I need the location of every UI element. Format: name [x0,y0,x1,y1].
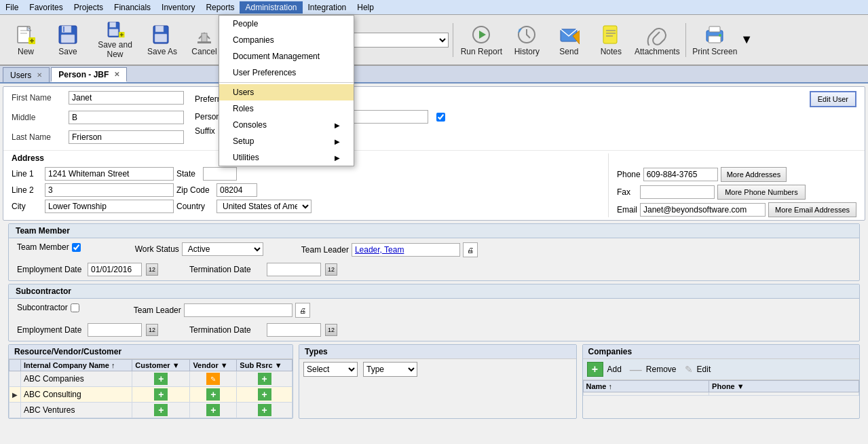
termination-date-input[interactable] [267,263,321,276]
add-customer-btn[interactable]: + [154,373,168,385]
employment-date-input[interactable] [88,263,142,276]
add-vendor-btn3[interactable]: + [206,404,220,416]
menu-setup[interactable]: Setup▶ [219,133,354,149]
companies-edit-icon[interactable]: ✎ [685,364,693,375]
sub-team-leader-print-icon[interactable]: 🖨 [295,303,310,318]
menu-inventory[interactable]: Inventory [156,1,200,14]
table-row[interactable]: ▶ ABC Consulting + + + [10,387,293,403]
edit-vendor-btn[interactable]: ✎ [206,373,220,385]
notes-button[interactable]: Notes [590,18,631,62]
city-input[interactable] [45,200,174,213]
add-customer-btn3[interactable]: + [154,404,168,416]
line1-input[interactable] [45,167,174,181]
sub-team-leader-input[interactable] [184,303,293,317]
fax-input[interactable] [640,185,715,199]
save-and-new-button[interactable]: Save and New [90,18,140,62]
team-leader-print-icon[interactable]: 🖨 [463,242,478,257]
personal-title-checkbox[interactable] [436,113,445,122]
email-input[interactable] [640,203,766,217]
menu-companies[interactable]: Companies [219,32,354,48]
menu-user-preferences[interactable]: User Preferences [219,64,354,81]
add-vendor-btn2[interactable]: + [206,388,220,401]
menu-consoles[interactable]: Consoles▶ [219,117,354,133]
types-select-dropdown[interactable]: Select [303,362,358,377]
save-as-button[interactable]: Save As [142,18,183,62]
last-name-input[interactable] [69,130,184,144]
new-button[interactable]: New [5,18,46,62]
save-button[interactable]: Save [48,18,88,62]
companies-add-button[interactable]: + [587,362,603,377]
menu-utilities[interactable]: Utilities▶ [219,149,354,166]
team-leader-input[interactable] [352,243,460,257]
sub-employment-input[interactable] [88,323,142,337]
phone-input[interactable] [643,168,718,181]
team-member-checkbox[interactable] [72,243,81,252]
companies-minus-btn[interactable]: — [630,363,642,377]
types-type-dropdown[interactable]: Type [363,362,417,377]
resource-customer-cell[interactable]: + [132,387,190,403]
sub-employment-calendar[interactable]: 12 [146,324,158,336]
resource-vendor-cell[interactable]: ✎ [190,371,237,387]
attachments-button[interactable]: Attachments [633,18,681,62]
add-subrsrc-btn3[interactable]: + [258,404,271,416]
more-phones-button[interactable]: More Phone Numbers [717,185,806,200]
resource-col-customer[interactable]: Customer ▼ [132,360,190,371]
companies-phone-col[interactable]: Phone ▼ [709,381,859,392]
state-input[interactable] [203,167,237,181]
tab-users[interactable]: Users ✕ [3,67,50,82]
add-subrsrc-btn2[interactable]: + [258,388,271,401]
resource-customer-cell[interactable]: + [132,403,190,418]
subcontractor-checkbox[interactable] [71,303,79,312]
menu-file[interactable]: File [0,1,24,14]
menu-people[interactable]: People [219,16,354,32]
country-dropdown[interactable]: United States of America [216,200,312,213]
menu-favorites[interactable]: Favorites [24,1,68,14]
zip-input[interactable] [216,183,257,197]
first-name-input[interactable] [69,91,184,105]
run-report-button[interactable]: Run Report [457,18,505,62]
termination-date-calendar[interactable]: 12 [325,263,337,276]
menu-administration[interactable]: Administration [240,1,302,14]
menu-financials[interactable]: Financials [109,1,156,14]
resource-col-company[interactable]: Internal Company Name ↑ [21,360,132,371]
resource-subrsrc-cell[interactable]: + [237,403,293,418]
sub-termination-calendar[interactable]: 12 [325,324,337,336]
resource-subrsrc-cell[interactable]: + [237,387,293,403]
table-row[interactable]: ABC Companies + ✎ + [10,371,293,387]
tab-person-jbf-close[interactable]: ✕ [114,71,119,78]
line2-input[interactable] [45,183,174,197]
svg-rect-19 [155,34,167,42]
menu-reports[interactable]: Reports [200,1,240,14]
subcontractor-header: Subcontractor [9,284,859,299]
add-customer-btn2[interactable]: + [154,388,168,401]
history-button[interactable]: History [506,18,547,62]
menu-integration[interactable]: Integration [303,1,352,14]
menu-projects[interactable]: Projects [69,1,109,14]
menu-users[interactable]: Users [219,84,354,100]
resource-customer-cell[interactable]: + [132,371,190,387]
send-button[interactable]: Send [548,18,589,62]
more-emails-button[interactable]: More Email Addresses [768,202,856,217]
work-status-dropdown[interactable]: Active [182,242,263,256]
sub-termination-input[interactable] [267,323,321,337]
menu-help[interactable]: Help [352,1,379,14]
resource-subrsrc-cell[interactable]: + [237,371,293,387]
add-subrsrc-btn[interactable]: + [258,373,271,385]
tab-users-close[interactable]: ✕ [37,71,42,79]
menu-document-mgmt[interactable]: Document Management [219,48,354,64]
companies-row[interactable] [583,392,859,396]
edit-user-button[interactable]: Edit User [810,91,856,107]
more-addresses-button[interactable]: More Addresses [721,167,787,182]
tab-person-jbf[interactable]: Person - JBF ✕ [51,67,127,82]
resource-col-vendor[interactable]: Vendor ▼ [190,360,237,371]
print-screen-dropdown[interactable]: ▼ [740,18,751,62]
resource-col-subrsrc[interactable]: Sub Rsrc ▼ [237,360,293,371]
print-screen-button[interactable]: Print Screen [690,18,739,62]
employment-date-calendar[interactable]: 12 [146,263,158,276]
resource-vendor-cell[interactable]: + [190,387,237,403]
middle-input[interactable] [69,111,184,124]
table-row[interactable]: ABC Ventures + + + [10,403,293,418]
menu-roles[interactable]: Roles [219,100,354,117]
resource-vendor-cell[interactable]: + [190,403,237,418]
companies-name-col[interactable]: Name ↑ [583,381,709,392]
